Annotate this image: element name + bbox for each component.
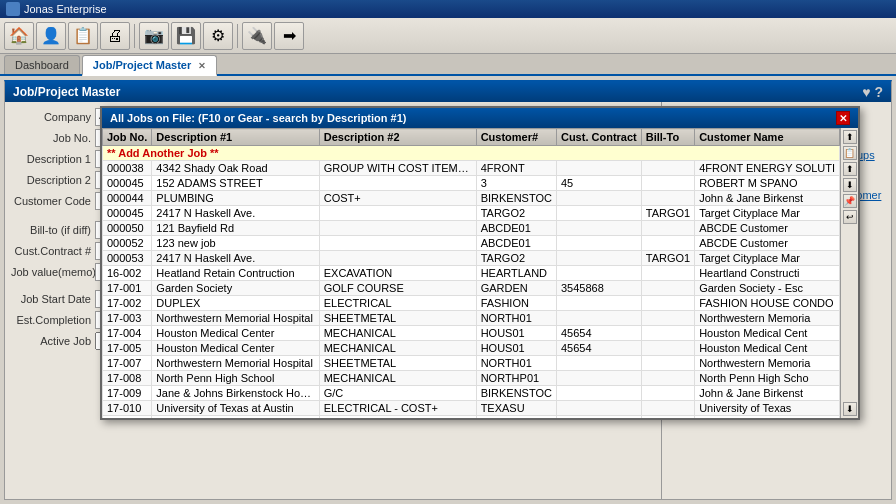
cell-cust-contract bbox=[556, 371, 641, 386]
toolbar-save[interactable]: 💾 bbox=[171, 22, 201, 50]
side-btn-6[interactable]: ↩ bbox=[843, 210, 857, 224]
cell-customer-name: Northwestern Memoria bbox=[695, 311, 840, 326]
table-row[interactable]: 000038 4342 Shady Oak Road GROUP WITH CO… bbox=[103, 161, 840, 176]
cell-job-no: 17-004 bbox=[103, 326, 152, 341]
cell-customer: NORTHP01 bbox=[476, 371, 556, 386]
side-btn-3[interactable]: ⬆ bbox=[843, 162, 857, 176]
cell-desc2 bbox=[319, 221, 476, 236]
table-row[interactable]: 17-004 Houston Medical Center MECHANICAL… bbox=[103, 326, 840, 341]
tab-job-project-label: Job/Project Master bbox=[93, 59, 191, 71]
cell-job-no: 17-002 bbox=[103, 296, 152, 311]
help-icon[interactable]: ? bbox=[874, 84, 883, 100]
popup-close-btn[interactable]: ✕ bbox=[836, 111, 850, 125]
toolbar-user[interactable]: 👤 bbox=[36, 22, 66, 50]
bill-to-label: Bill-to (if diff) bbox=[11, 224, 91, 236]
job-value-label: Job value(memo) bbox=[11, 266, 91, 278]
tab-close-icon[interactable]: ✕ bbox=[198, 61, 206, 71]
table-row[interactable]: 000045 2417 N Haskell Ave. TARGO2 TARGO1… bbox=[103, 206, 840, 221]
cell-customer: TARGO2 bbox=[476, 206, 556, 221]
cell-desc2 bbox=[319, 251, 476, 266]
toolbar: 🏠 👤 📋 🖨 📷 💾 ⚙ 🔌 ➡ bbox=[0, 18, 896, 54]
cell-job-no: 17-005 bbox=[103, 341, 152, 356]
cell-job-no: 000050 bbox=[103, 221, 152, 236]
tab-job-project[interactable]: Job/Project Master ✕ bbox=[82, 55, 217, 76]
toolbar-sep2 bbox=[237, 24, 238, 48]
side-btn-bottom[interactable]: ⬇ bbox=[843, 402, 857, 416]
cell-job-no: 17-001 bbox=[103, 281, 152, 296]
table-row[interactable]: 000044 PLUMBING COST+ BIRKENSTOC John & … bbox=[103, 191, 840, 206]
cell-job-no: 17-003 bbox=[103, 311, 152, 326]
company-label: Company bbox=[11, 111, 91, 123]
table-row[interactable]: 17-010 University of Texas at Austin ELE… bbox=[103, 401, 840, 416]
cell-cust-contract bbox=[556, 401, 641, 416]
side-btn-4[interactable]: ⬇ bbox=[843, 178, 857, 192]
cell-cust-contract bbox=[556, 221, 641, 236]
cell-customer-name: John & Jane Birkenst bbox=[695, 386, 840, 401]
title-bar: Jonas Enterprise bbox=[0, 0, 896, 18]
cell-job-no: 000045 bbox=[103, 206, 152, 221]
table-row[interactable]: 000045 152 ADAMS STREET 3 45 ROBERT M SP… bbox=[103, 176, 840, 191]
toolbar-print[interactable]: 🖨 bbox=[100, 22, 130, 50]
heart-icon[interactable]: ♥ bbox=[862, 84, 870, 100]
table-row[interactable]: 17-009 Jane & Johns Birkenstock Home G/C… bbox=[103, 386, 840, 401]
toolbar-arrow[interactable]: ➡ bbox=[274, 22, 304, 50]
toolbar-camera[interactable]: 📷 bbox=[139, 22, 169, 50]
table-row[interactable]: 17-001 Garden Society GOLF COURSE GARDEN… bbox=[103, 281, 840, 296]
table-row[interactable]: 000053 2417 N Haskell Ave. TARGO2 TARGO1… bbox=[103, 251, 840, 266]
cell-customer-name: University of Texas bbox=[695, 401, 840, 416]
cell-desc1: PLUMBING bbox=[152, 191, 319, 206]
cell-job-no: 17-010 bbox=[103, 401, 152, 416]
table-row[interactable]: 17-007 Northwestern Memorial Hospital SH… bbox=[103, 356, 840, 371]
add-job-row[interactable]: ** Add Another Job ** bbox=[103, 146, 840, 161]
col-bill-to: Bill-To bbox=[641, 129, 694, 146]
toolbar-home[interactable]: 🏠 bbox=[4, 22, 34, 50]
cell-cust-contract bbox=[556, 356, 641, 371]
table-row[interactable]: 17-003 Northwestern Memorial Hospital SH… bbox=[103, 311, 840, 326]
cell-desc1: Houston Medical Center bbox=[152, 341, 319, 356]
table-row[interactable]: 17-002 DUPLEX ELECTRICAL FASHION FASHION… bbox=[103, 296, 840, 311]
cell-customer-name: Heartland Constructi bbox=[695, 266, 840, 281]
toolbar-settings[interactable]: ⚙ bbox=[203, 22, 233, 50]
table-row[interactable]: 16-002 Heatland Retain Contruction EXCAV… bbox=[103, 266, 840, 281]
cell-job-no: 17-009 bbox=[103, 386, 152, 401]
toolbar-connect[interactable]: 🔌 bbox=[242, 22, 272, 50]
table-row[interactable]: 17-005 Houston Medical Center MECHANICAL… bbox=[103, 341, 840, 356]
cell-customer: HEARTLAND bbox=[476, 266, 556, 281]
cell-desc2: GOLF COURSE bbox=[319, 281, 476, 296]
toolbar-list[interactable]: 📋 bbox=[68, 22, 98, 50]
cell-cust-contract bbox=[556, 386, 641, 401]
cell-bill-to bbox=[641, 161, 694, 176]
cell-customer-name: North Penn High Scho bbox=[695, 371, 840, 386]
cell-desc1: 152 ADAMS STREET bbox=[152, 176, 319, 191]
cell-customer: TARGO2 bbox=[476, 251, 556, 266]
cell-cust-contract bbox=[556, 191, 641, 206]
cell-customer: ABCDE01 bbox=[476, 221, 556, 236]
table-row[interactable]: 17-008 North Penn High School MECHANICAL… bbox=[103, 371, 840, 386]
cell-cust-contract: 45654 bbox=[556, 341, 641, 356]
tab-dashboard[interactable]: Dashboard bbox=[4, 55, 80, 74]
cell-desc2: GROUP WITH COST ITEMS HEAD/TOT bbox=[319, 161, 476, 176]
table-row[interactable]: 000052 123 new job ABCDE01 ABCDE Custome… bbox=[103, 236, 840, 251]
cell-desc2: ELECTRICAL - COST+ bbox=[319, 401, 476, 416]
popup-title-text: All Jobs on File: (F10 or Gear - search … bbox=[110, 112, 406, 124]
tab-dashboard-label: Dashboard bbox=[15, 59, 69, 71]
jobs-table-container[interactable]: Job No. Description #1 Description #2 Cu… bbox=[102, 128, 840, 418]
est-completion-label: Est.Completion bbox=[11, 314, 91, 326]
table-row[interactable]: 17-011 Ohio Stadium - The Shoe ELECTRICA… bbox=[103, 416, 840, 419]
side-btn-1[interactable]: ⬆ bbox=[843, 130, 857, 144]
side-btn-2[interactable]: 📋 bbox=[843, 146, 857, 160]
col-cust-contract: Cust. Contract bbox=[556, 129, 641, 146]
side-btn-5[interactable]: 📌 bbox=[843, 194, 857, 208]
cell-desc2: SHEETMETAL bbox=[319, 311, 476, 326]
cell-desc2: ELECTRICAL bbox=[319, 416, 476, 419]
cell-customer-name: Houston Medical Cent bbox=[695, 326, 840, 341]
cell-customer: GARDEN bbox=[476, 281, 556, 296]
cell-job-no: 16-002 bbox=[103, 266, 152, 281]
cell-customer: HOUS01 bbox=[476, 341, 556, 356]
cell-customer: 4FRONT bbox=[476, 161, 556, 176]
cell-customer: ABCDE01 bbox=[476, 236, 556, 251]
cell-bill-to bbox=[641, 326, 694, 341]
cell-cust-contract: 45 bbox=[556, 176, 641, 191]
cell-desc2: ELECTRICAL bbox=[319, 296, 476, 311]
table-row[interactable]: 000050 121 Bayfield Rd ABCDE01 ABCDE Cus… bbox=[103, 221, 840, 236]
